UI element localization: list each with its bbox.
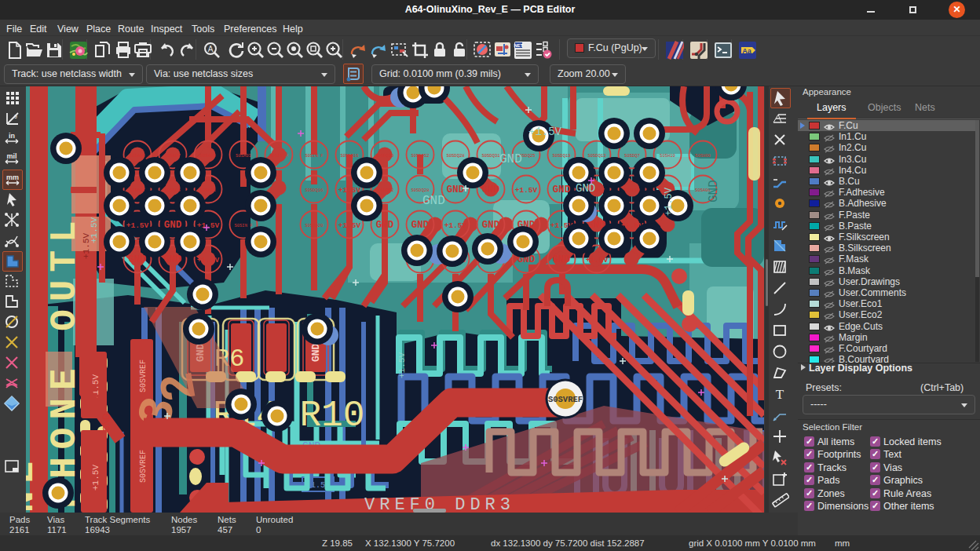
svg-text:HPHONE OUTL: HPHONE OUTL bbox=[45, 213, 86, 513]
svg-text:S0SVREF: S0SVREF bbox=[548, 395, 583, 404]
svg-text:S0SIN F: S0SIN F bbox=[305, 153, 323, 159]
svg-text:GND: GND bbox=[310, 343, 322, 362]
svg-text:GND: GND bbox=[422, 194, 445, 208]
svg-text:NET: NET bbox=[514, 43, 524, 48]
svg-text:S0SA07: S0SA07 bbox=[165, 153, 181, 159]
svg-text:+1.5V: +1.5V bbox=[528, 126, 562, 138]
svg-text:θ: θ bbox=[14, 114, 17, 119]
svg-text:S0SDQ28: S0SDQ28 bbox=[446, 153, 464, 159]
svg-text:S0SDQ31: S0SDQ31 bbox=[481, 153, 500, 159]
svg-text:S0SH10: S0SH10 bbox=[660, 153, 675, 159]
svg-text:GND: GND bbox=[129, 254, 147, 265]
svg-text:GND: GND bbox=[482, 220, 500, 231]
svg-text:S0SIN M: S0SIN M bbox=[269, 153, 287, 159]
svg-text:S0SVREF: S0SVREF bbox=[139, 359, 148, 392]
svg-text:+1.5V: +1.5V bbox=[515, 186, 538, 195]
svg-text:GND: GND bbox=[499, 152, 522, 166]
svg-text:+1.5V: +1.5V bbox=[126, 221, 149, 230]
svg-text:Aa: Aa bbox=[742, 47, 751, 55]
svg-text:S0SDQ16: S0SDQ16 bbox=[340, 153, 358, 159]
svg-text:S0SDQS2: S0SDQS2 bbox=[411, 153, 429, 159]
svg-text:S0SA03: S0SA03 bbox=[200, 188, 216, 193]
svg-text:S0SDQ7: S0SDQ7 bbox=[624, 153, 640, 159]
svg-text:T: T bbox=[776, 387, 784, 402]
svg-text:mm: mm bbox=[6, 173, 19, 181]
svg-text:+1.5V: +1.5V bbox=[90, 217, 99, 243]
svg-text:S0SDQ20: S0SDQ20 bbox=[375, 153, 393, 159]
svg-text:A: A bbox=[208, 45, 214, 53]
svg-text:mil: mil bbox=[6, 152, 16, 160]
svg-text:GND: GND bbox=[164, 254, 182, 265]
svg-text:S0SA06: S0SA06 bbox=[130, 153, 145, 159]
svg-text:+1.5V: +1.5V bbox=[197, 256, 220, 265]
svg-text:GND: GND bbox=[707, 180, 721, 203]
svg-text:+1.5V: +1.5V bbox=[586, 256, 609, 265]
svg-text:S0SDQ13: S0SDQ13 bbox=[587, 153, 605, 159]
svg-text:S0SDQ16: S0SDQ16 bbox=[305, 188, 323, 193]
svg-text:+1.5V: +1.5V bbox=[338, 221, 361, 230]
svg-text:S0SVREF: S0SVREF bbox=[139, 450, 148, 483]
svg-text:S0SDQ28: S0SDQ28 bbox=[411, 188, 429, 193]
svg-text:GND: GND bbox=[553, 254, 571, 265]
svg-text:S0SA03: S0SA03 bbox=[236, 153, 251, 159]
svg-text:NE: NE bbox=[26, 454, 43, 513]
svg-text:+1.5V: +1.5V bbox=[397, 352, 407, 378]
svg-text:S0SDQ19: S0SDQ19 bbox=[552, 153, 570, 159]
svg-text:GND: GND bbox=[101, 413, 113, 432]
svg-text:in: in bbox=[9, 132, 15, 140]
svg-text:+1.5V: +1.5V bbox=[444, 221, 467, 230]
svg-text:S0SH00: S0SH00 bbox=[695, 153, 711, 159]
svg-text:+1.5V: +1.5V bbox=[664, 187, 675, 216]
svg-text:S0SDQ20: S0SDQ20 bbox=[305, 223, 323, 228]
svg-text:S0SA05: S0SA05 bbox=[165, 188, 181, 193]
svg-text:GND: GND bbox=[576, 182, 595, 195]
svg-text:S0SH10: S0SH10 bbox=[624, 188, 640, 193]
svg-text:GND: GND bbox=[376, 220, 394, 231]
svg-text:S0SA07: S0SA07 bbox=[130, 188, 145, 193]
svg-text:+1.5V: +1.5V bbox=[197, 221, 220, 230]
svg-text:GND: GND bbox=[482, 184, 500, 195]
svg-text:S0SDQS2: S0SDQS2 bbox=[375, 188, 393, 193]
svg-text:GND: GND bbox=[553, 184, 571, 195]
svg-text:S0SA05: S0SA05 bbox=[200, 153, 216, 159]
svg-text:S0SIN F: S0SIN F bbox=[234, 223, 252, 228]
svg-text:+1.5V: +1.5V bbox=[91, 465, 101, 491]
svg-text:GND: GND bbox=[411, 220, 430, 231]
svg-text:GND: GND bbox=[164, 220, 182, 231]
svg-text:GND: GND bbox=[447, 184, 465, 195]
